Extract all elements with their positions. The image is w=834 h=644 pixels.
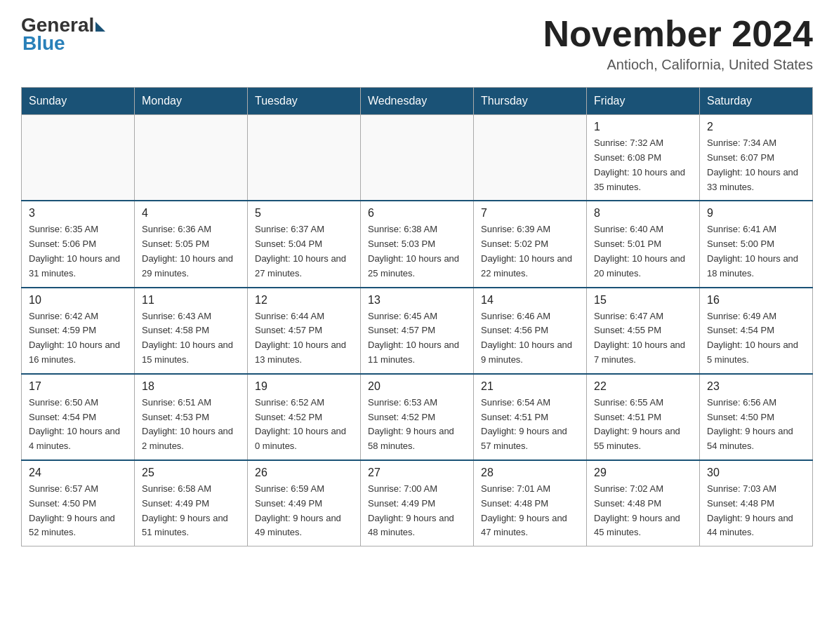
day-number: 16 (707, 294, 805, 307)
day-number: 10 (29, 294, 127, 307)
location-subtitle: Antioch, California, United States (543, 57, 813, 73)
day-info: Sunrise: 7:02 AMSunset: 4:48 PMDaylight:… (594, 482, 692, 540)
day-info: Sunrise: 6:37 AMSunset: 5:04 PMDaylight:… (255, 222, 353, 281)
calendar-cell: 17Sunrise: 6:50 AMSunset: 4:54 PMDayligh… (22, 374, 135, 460)
calendar-table: SundayMondayTuesdayWednesdayThursdayFrid… (21, 87, 813, 546)
day-number: 28 (481, 467, 579, 479)
calendar-week-row: 17Sunrise: 6:50 AMSunset: 4:54 PMDayligh… (22, 374, 813, 460)
calendar-cell: 29Sunrise: 7:02 AMSunset: 4:48 PMDayligh… (587, 460, 700, 546)
day-info: Sunrise: 7:00 AMSunset: 4:49 PMDaylight:… (368, 482, 466, 540)
day-info: Sunrise: 6:39 AMSunset: 5:02 PMDaylight:… (481, 222, 579, 281)
day-info: Sunrise: 6:52 AMSunset: 4:52 PMDaylight:… (255, 396, 353, 454)
day-info: Sunrise: 6:35 AMSunset: 5:06 PMDaylight:… (29, 222, 127, 281)
day-info: Sunrise: 7:03 AMSunset: 4:48 PMDaylight:… (707, 482, 805, 540)
day-info: Sunrise: 6:44 AMSunset: 4:57 PMDaylight:… (255, 309, 353, 368)
day-number: 13 (368, 294, 466, 307)
calendar-cell: 3Sunrise: 6:35 AMSunset: 5:06 PMDaylight… (22, 201, 135, 287)
calendar-cell: 2Sunrise: 7:34 AMSunset: 6:07 PMDaylight… (700, 115, 813, 201)
calendar-cell (22, 115, 135, 201)
day-info: Sunrise: 6:45 AMSunset: 4:57 PMDaylight:… (368, 309, 466, 368)
day-info: Sunrise: 6:42 AMSunset: 4:59 PMDaylight:… (29, 309, 127, 368)
calendar-cell: 15Sunrise: 6:47 AMSunset: 4:55 PMDayligh… (587, 288, 700, 374)
day-number: 26 (255, 467, 353, 479)
calendar-cell: 20Sunrise: 6:53 AMSunset: 4:52 PMDayligh… (361, 374, 474, 460)
calendar-header-row: SundayMondayTuesdayWednesdayThursdayFrid… (22, 88, 813, 115)
calendar-cell: 19Sunrise: 6:52 AMSunset: 4:52 PMDayligh… (248, 374, 361, 460)
day-number: 4 (142, 207, 240, 220)
day-info: Sunrise: 6:55 AMSunset: 4:51 PMDaylight:… (594, 396, 692, 454)
day-number: 9 (707, 207, 805, 220)
day-info: Sunrise: 6:47 AMSunset: 4:55 PMDaylight:… (594, 309, 692, 368)
day-number: 22 (594, 380, 692, 393)
day-info: Sunrise: 6:51 AMSunset: 4:53 PMDaylight:… (142, 396, 240, 454)
day-number: 15 (594, 294, 692, 307)
day-number: 25 (142, 467, 240, 479)
day-info: Sunrise: 6:59 AMSunset: 4:49 PMDaylight:… (255, 482, 353, 540)
day-info: Sunrise: 6:36 AMSunset: 5:05 PMDaylight:… (142, 222, 240, 281)
calendar-cell: 30Sunrise: 7:03 AMSunset: 4:48 PMDayligh… (700, 460, 813, 546)
calendar-cell (474, 115, 587, 201)
day-info: Sunrise: 6:58 AMSunset: 4:49 PMDaylight:… (142, 482, 240, 540)
day-info: Sunrise: 7:32 AMSunset: 6:08 PMDaylight:… (594, 136, 692, 194)
day-info: Sunrise: 6:54 AMSunset: 4:51 PMDaylight:… (481, 396, 579, 454)
calendar-cell: 1Sunrise: 7:32 AMSunset: 6:08 PMDaylight… (587, 115, 700, 201)
day-info: Sunrise: 6:49 AMSunset: 4:54 PMDaylight:… (707, 309, 805, 368)
calendar-cell (248, 115, 361, 201)
calendar-cell: 24Sunrise: 6:57 AMSunset: 4:50 PMDayligh… (22, 460, 135, 546)
calendar-week-row: 1Sunrise: 7:32 AMSunset: 6:08 PMDaylight… (22, 115, 813, 201)
day-number: 29 (594, 467, 692, 479)
day-number: 1 (594, 121, 692, 133)
month-title: November 2024 (543, 14, 813, 54)
calendar-cell: 7Sunrise: 6:39 AMSunset: 5:02 PMDaylight… (474, 201, 587, 287)
weekday-header-tuesday: Tuesday (248, 88, 361, 115)
calendar-week-row: 10Sunrise: 6:42 AMSunset: 4:59 PMDayligh… (22, 288, 813, 374)
calendar-cell (135, 115, 248, 201)
day-info: Sunrise: 6:56 AMSunset: 4:50 PMDaylight:… (707, 396, 805, 454)
title-area: November 2024 Antioch, California, Unite… (543, 14, 813, 73)
calendar-cell: 23Sunrise: 6:56 AMSunset: 4:50 PMDayligh… (700, 374, 813, 460)
day-number: 8 (594, 207, 692, 220)
day-number: 3 (29, 207, 127, 220)
day-number: 20 (368, 380, 466, 393)
logo-blue: Blue (22, 32, 65, 55)
calendar-cell: 8Sunrise: 6:40 AMSunset: 5:01 PMDaylight… (587, 201, 700, 287)
calendar-cell: 14Sunrise: 6:46 AMSunset: 4:56 PMDayligh… (474, 288, 587, 374)
weekday-header-sunday: Sunday (22, 88, 135, 115)
calendar-week-row: 24Sunrise: 6:57 AMSunset: 4:50 PMDayligh… (22, 460, 813, 546)
calendar-cell: 11Sunrise: 6:43 AMSunset: 4:58 PMDayligh… (135, 288, 248, 374)
day-number: 7 (481, 207, 579, 220)
calendar-cell: 6Sunrise: 6:38 AMSunset: 5:03 PMDaylight… (361, 201, 474, 287)
day-number: 18 (142, 380, 240, 393)
day-info: Sunrise: 7:01 AMSunset: 4:48 PMDaylight:… (481, 482, 579, 540)
day-number: 24 (29, 467, 127, 479)
day-number: 30 (707, 467, 805, 479)
day-number: 2 (707, 121, 805, 133)
day-number: 21 (481, 380, 579, 393)
calendar-cell: 13Sunrise: 6:45 AMSunset: 4:57 PMDayligh… (361, 288, 474, 374)
weekday-header-friday: Friday (587, 88, 700, 115)
day-number: 11 (142, 294, 240, 307)
calendar-cell: 25Sunrise: 6:58 AMSunset: 4:49 PMDayligh… (135, 460, 248, 546)
day-info: Sunrise: 6:53 AMSunset: 4:52 PMDaylight:… (368, 396, 466, 454)
day-info: Sunrise: 6:46 AMSunset: 4:56 PMDaylight:… (481, 309, 579, 368)
weekday-header-thursday: Thursday (474, 88, 587, 115)
day-number: 17 (29, 380, 127, 393)
weekday-header-wednesday: Wednesday (361, 88, 474, 115)
calendar-cell: 26Sunrise: 6:59 AMSunset: 4:49 PMDayligh… (248, 460, 361, 546)
calendar-week-row: 3Sunrise: 6:35 AMSunset: 5:06 PMDaylight… (22, 201, 813, 287)
day-number: 6 (368, 207, 466, 220)
page-header: General Blue November 2024 Antioch, Cali… (21, 14, 813, 73)
day-info: Sunrise: 6:41 AMSunset: 5:00 PMDaylight:… (707, 222, 805, 281)
calendar-cell: 28Sunrise: 7:01 AMSunset: 4:48 PMDayligh… (474, 460, 587, 546)
calendar-cell: 22Sunrise: 6:55 AMSunset: 4:51 PMDayligh… (587, 374, 700, 460)
calendar-cell: 4Sunrise: 6:36 AMSunset: 5:05 PMDaylight… (135, 201, 248, 287)
day-number: 12 (255, 294, 353, 307)
logo-arrow-icon (95, 22, 105, 32)
calendar-cell: 16Sunrise: 6:49 AMSunset: 4:54 PMDayligh… (700, 288, 813, 374)
calendar-cell: 27Sunrise: 7:00 AMSunset: 4:49 PMDayligh… (361, 460, 474, 546)
day-info: Sunrise: 6:43 AMSunset: 4:58 PMDaylight:… (142, 309, 240, 368)
calendar-cell: 10Sunrise: 6:42 AMSunset: 4:59 PMDayligh… (22, 288, 135, 374)
day-info: Sunrise: 6:38 AMSunset: 5:03 PMDaylight:… (368, 222, 466, 281)
calendar-cell: 18Sunrise: 6:51 AMSunset: 4:53 PMDayligh… (135, 374, 248, 460)
calendar-cell: 9Sunrise: 6:41 AMSunset: 5:00 PMDaylight… (700, 201, 813, 287)
